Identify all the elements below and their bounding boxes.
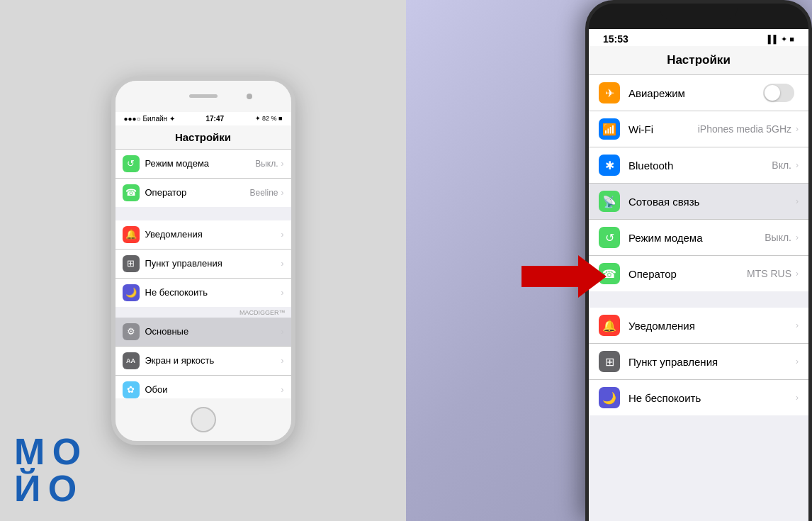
item-value: iPhones media 5GHz bbox=[698, 123, 791, 135]
airplane-toggle[interactable] bbox=[763, 84, 794, 102]
list-item[interactable]: ⊞ Пункт управления › bbox=[589, 344, 808, 380]
chevron-icon: › bbox=[281, 327, 284, 337]
chevron-icon: › bbox=[796, 357, 799, 366]
chevron-icon: › bbox=[796, 269, 799, 279]
dnd-icon: 🌙 bbox=[599, 387, 620, 408]
chevron-icon: › bbox=[796, 160, 799, 170]
x-settings-group-2: 🔔 Уведомления › ⊞ Пункт управления › 🌙 Н… bbox=[589, 308, 808, 415]
control-center-icon: ⊞ bbox=[599, 351, 620, 372]
chevron-icon: › bbox=[796, 124, 799, 134]
wifi-icon: 📶 bbox=[599, 118, 620, 140]
chevron-icon: › bbox=[796, 320, 799, 330]
iphonex-device: 15:53 ▌▌ ✦ ■ Настройки ✈ Авиарежим 📶 Wi-… bbox=[585, 0, 812, 521]
status-icons: ✦ 82 % ■ bbox=[255, 115, 283, 122]
list-item[interactable]: ↺ Режим модема Выкл. › bbox=[589, 220, 808, 256]
modem-icon: ↺ bbox=[123, 155, 140, 172]
chevron-icon: › bbox=[796, 196, 799, 206]
item-label: Оператор bbox=[145, 187, 250, 198]
time-display: 15:53 bbox=[603, 33, 628, 45]
chevron-icon: › bbox=[281, 230, 284, 240]
settings-group-1: ↺ Режим модема Выкл. › ☎ Оператор Beelin… bbox=[115, 150, 291, 207]
iphonex-status-bar: 15:53 ▌▌ ✦ ■ bbox=[589, 29, 808, 46]
list-item[interactable]: ✈ Авиарежим bbox=[589, 75, 808, 111]
iphone6-top bbox=[115, 81, 291, 112]
settings-group-3: ⚙ Основные › AA Экран и яркость › ✿ Обои… bbox=[115, 318, 291, 398]
iphone6-screen: Настройки ↺ Режим модема Выкл. › ☎ Опера… bbox=[115, 125, 291, 398]
chevron-icon: › bbox=[281, 356, 284, 366]
phone-icon: ☎ bbox=[123, 184, 140, 201]
iphone6-speaker bbox=[189, 94, 218, 98]
item-label: Режим модема bbox=[628, 232, 765, 244]
item-label: Экран и яркость bbox=[145, 355, 281, 366]
carrier-text: ●●●○ Билайн ✦ bbox=[124, 115, 175, 123]
list-item[interactable]: 📡 Сотовая связь › bbox=[589, 184, 808, 220]
item-label: Уведомления bbox=[145, 229, 281, 240]
gear-icon: ⚙ bbox=[123, 323, 140, 340]
item-label: Bluetooth bbox=[628, 159, 772, 172]
iphone6-status-bar: ●●●○ Билайн ✦ 17:47 ✦ 82 % ■ bbox=[115, 112, 291, 125]
dnd-icon: 🌙 bbox=[123, 284, 140, 301]
chevron-icon: › bbox=[796, 233, 799, 242]
list-item[interactable]: 🌙 Не беспокоить › bbox=[115, 279, 291, 307]
x-group-gap bbox=[589, 292, 808, 308]
iphonex-notch-area bbox=[589, 4, 808, 29]
settings-group-2: 🔔 Уведомления › ⊞ Пункт управления › 🌙 Н… bbox=[115, 220, 291, 307]
right-panel: 15:53 ▌▌ ✦ ■ Настройки ✈ Авиарежим 📶 Wi-… bbox=[406, 0, 812, 521]
iphonex-notch bbox=[660, 4, 738, 21]
notification-icon: 🔔 bbox=[123, 226, 140, 243]
item-label: Режим модема bbox=[145, 158, 256, 169]
iphone6-bottom bbox=[115, 398, 291, 441]
list-item[interactable]: ☎ Оператор MTS RUS › bbox=[589, 256, 808, 291]
list-item[interactable]: 🌙 Не беспокоить › bbox=[589, 380, 808, 415]
item-value: Вкл. bbox=[772, 159, 791, 171]
item-label: Wi-Fi bbox=[628, 123, 698, 135]
settings-title: Настройки bbox=[115, 125, 291, 150]
item-label: Оператор bbox=[628, 268, 747, 280]
moyo-logo: М ОЙ О bbox=[14, 433, 79, 507]
chevron-icon: › bbox=[281, 188, 284, 198]
home-button[interactable] bbox=[191, 407, 216, 432]
list-item[interactable]: ↺ Режим модема Выкл. › bbox=[115, 150, 291, 179]
chevron-icon: › bbox=[281, 259, 284, 269]
left-panel: ●●●○ Билайн ✦ 17:47 ✦ 82 % ■ Настройки ↺… bbox=[0, 0, 406, 521]
item-label: Пункт управления bbox=[145, 258, 281, 269]
chevron-icon: › bbox=[796, 393, 799, 403]
x-settings-group-1: ✈ Авиарежим 📶 Wi-Fi iPhones media 5GHz ›… bbox=[589, 75, 808, 291]
wallpaper-icon: ✿ bbox=[123, 381, 140, 398]
airplane-icon: ✈ bbox=[599, 82, 620, 103]
list-item[interactable]: ✱ Bluetooth Вкл. › bbox=[589, 147, 808, 184]
item-label: Пункт управления bbox=[628, 356, 796, 368]
list-item[interactable]: AA Экран и яркость › bbox=[115, 347, 291, 376]
item-label: Уведомления bbox=[628, 320, 796, 332]
control-center-icon: ⊞ bbox=[123, 255, 140, 272]
list-item[interactable]: 🔔 Уведомления › bbox=[589, 308, 808, 344]
chevron-icon: › bbox=[281, 159, 284, 169]
item-label: Сотовая связь bbox=[628, 196, 796, 208]
chevron-icon: › bbox=[281, 288, 284, 298]
item-label: Основные bbox=[145, 326, 281, 337]
list-item[interactable]: 🔔 Уведомления › bbox=[115, 220, 291, 250]
item-label: Не беспокоить bbox=[628, 392, 796, 404]
list-item[interactable]: ☎ Оператор Beeline › bbox=[115, 179, 291, 207]
cellular-icon: 📡 bbox=[599, 191, 620, 212]
operator-icon: ☎ bbox=[599, 263, 620, 284]
item-value: Выкл. bbox=[765, 232, 791, 243]
time-display: 17:47 bbox=[205, 115, 224, 123]
list-item[interactable]: ⊞ Пункт управления › bbox=[115, 250, 291, 279]
list-item[interactable]: ⚙ Основные › bbox=[115, 318, 291, 347]
list-item[interactable]: ✿ Обои › bbox=[115, 376, 291, 398]
notification-icon: 🔔 bbox=[599, 315, 620, 336]
item-label: Обои bbox=[145, 384, 281, 395]
item-value: MTS RUS bbox=[747, 268, 791, 279]
iphone6-device: ●●●○ Билайн ✦ 17:47 ✦ 82 % ■ Настройки ↺… bbox=[111, 77, 295, 445]
bluetooth-icon: ✱ bbox=[599, 155, 620, 176]
chevron-icon: › bbox=[281, 385, 284, 395]
item-value: Выкл. bbox=[255, 159, 278, 169]
settings-title-x: Настройки bbox=[589, 46, 808, 75]
item-value: Beeline bbox=[249, 188, 278, 198]
item-label: Авиарежим bbox=[628, 87, 763, 99]
modem-icon: ↺ bbox=[599, 227, 620, 248]
list-item[interactable]: 📶 Wi-Fi iPhones media 5GHz › bbox=[589, 111, 808, 147]
item-label: Не беспокоить bbox=[145, 287, 281, 298]
display-icon: AA bbox=[123, 352, 140, 369]
